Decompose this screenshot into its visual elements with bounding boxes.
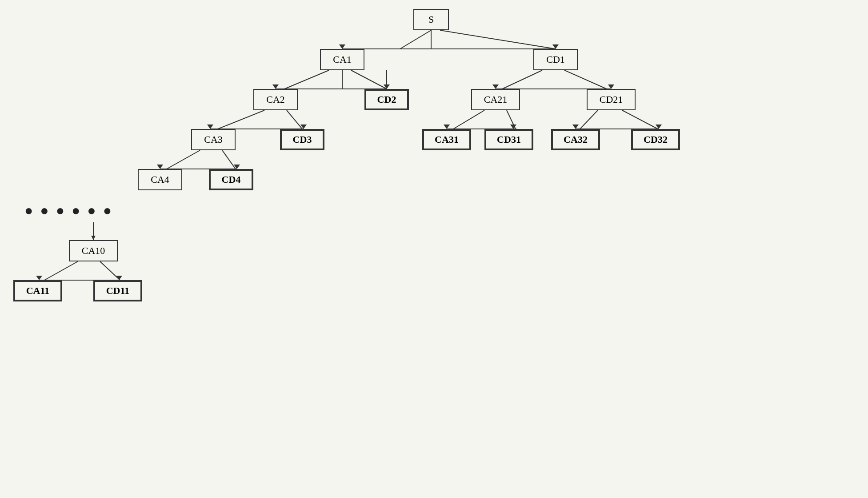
svg-marker-18	[339, 44, 345, 49]
svg-line-4	[502, 70, 542, 89]
svg-line-13	[222, 150, 236, 169]
node-CA32: CA32	[551, 129, 600, 150]
svg-marker-31	[234, 165, 240, 169]
svg-marker-27	[510, 124, 516, 129]
node-CA2: CA2	[253, 89, 298, 110]
node-CA11: CA11	[13, 280, 62, 301]
connector-lines	[0, 0, 868, 498]
svg-marker-29	[656, 124, 662, 129]
svg-line-10	[580, 110, 598, 129]
svg-line-17	[100, 261, 120, 280]
svg-marker-24	[207, 124, 213, 129]
svg-line-11	[622, 110, 658, 129]
node-CD4: CD4	[209, 169, 253, 190]
svg-line-6	[218, 110, 264, 129]
svg-marker-26	[444, 124, 450, 129]
svg-marker-30	[157, 165, 163, 169]
node-CA1: CA1	[320, 49, 364, 70]
svg-marker-22	[492, 84, 499, 89]
svg-line-3	[351, 70, 387, 89]
svg-line-12	[167, 150, 200, 169]
svg-line-1	[440, 30, 556, 49]
continuation-dots: ● ● ● ● ● ●	[24, 202, 113, 219]
node-CA21: CA21	[471, 89, 520, 110]
node-S: S	[413, 9, 449, 30]
node-CA4: CA4	[138, 169, 182, 190]
svg-line-8	[453, 110, 484, 129]
svg-marker-25	[300, 124, 307, 129]
svg-marker-28	[572, 124, 579, 129]
node-CD31: CD31	[484, 129, 533, 150]
node-CA31: CA31	[422, 129, 471, 150]
node-CD11: CD11	[93, 280, 142, 301]
svg-line-9	[507, 110, 516, 129]
svg-marker-20	[272, 84, 279, 89]
node-CD32: CD32	[631, 129, 680, 150]
node-CA10: CA10	[69, 240, 118, 261]
diagram-canvas: S CA1 CD1 CA2 CD2 CA21 CD21 CA3 CD3 CA31…	[0, 0, 868, 498]
svg-line-16	[44, 261, 78, 280]
svg-line-2	[284, 70, 329, 89]
svg-marker-19	[552, 44, 559, 49]
node-CA3: CA3	[191, 129, 236, 150]
svg-marker-21	[384, 84, 390, 89]
svg-line-5	[564, 70, 607, 89]
node-CD2: CD2	[364, 89, 409, 110]
svg-marker-23	[608, 84, 614, 89]
svg-marker-33	[116, 276, 122, 280]
svg-marker-15	[91, 236, 96, 240]
node-CD1: CD1	[533, 49, 578, 70]
svg-line-0	[400, 30, 431, 49]
svg-marker-32	[36, 276, 42, 280]
node-CD3: CD3	[280, 129, 324, 150]
node-CD21: CD21	[587, 89, 636, 110]
svg-line-7	[287, 110, 302, 129]
